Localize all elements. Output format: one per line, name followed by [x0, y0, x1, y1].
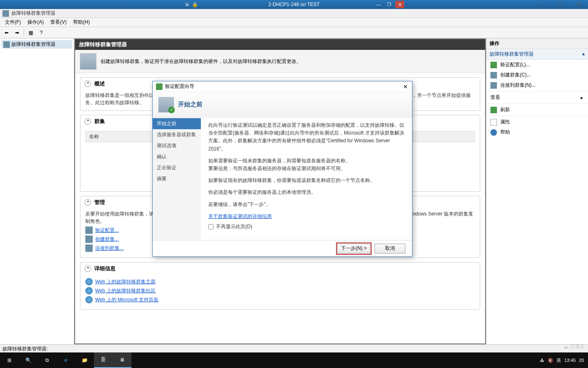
vm-minimize-button[interactable]: —	[374, 1, 383, 8]
start-button[interactable]: ⊞	[0, 352, 19, 368]
action-view[interactable]: 查看▸	[486, 92, 588, 103]
globe-icon	[85, 278, 93, 285]
separator	[24, 29, 24, 36]
menu-action[interactable]: 操作(A)	[24, 18, 47, 27]
globe-icon	[85, 296, 93, 303]
wizard-paragraph: 如要验证现有的故障转移群集，你需要知道该群集名称或它的一个节点名称。	[208, 177, 405, 184]
action-label: 连接到群集(N)...	[500, 82, 536, 89]
cluster-intro-icon	[80, 53, 96, 70]
wizard-nav-item[interactable]: 正在验证	[153, 162, 201, 173]
action-create-cluster[interactable]: 创建群集(C)...	[486, 70, 588, 80]
task-view-button[interactable]: ⧉	[38, 352, 56, 368]
wizard-nav-item[interactable]: 测试选项	[153, 140, 201, 151]
wizard-nav-item[interactable]: 选择服务器或群集	[153, 129, 201, 140]
chevron-up-icon[interactable]: ˄	[85, 118, 91, 125]
chevron-up-icon[interactable]: ˄	[85, 265, 91, 272]
taskbar-ie-icon[interactable]: e	[56, 352, 75, 368]
wizard-nav-item[interactable]: 摘要	[153, 173, 201, 184]
properties-icon	[490, 119, 497, 126]
detail-link-label: Web 上的故障转移群集主题	[95, 278, 156, 285]
app-icon	[2, 10, 9, 17]
tree-pane: 故障转移群集管理器	[0, 38, 74, 344]
wizard-close-button[interactable]: ✕	[401, 83, 410, 91]
toolbar: ⬅ ➡ ▦ ?	[0, 27, 588, 38]
action-help[interactable]: 帮助	[486, 127, 588, 137]
action-label: 查看	[490, 94, 500, 101]
tray-clock[interactable]: 13:45	[564, 358, 576, 363]
win-minimize-button[interactable]: —	[533, 0, 551, 9]
nav-fwd-button[interactable]: ➡	[12, 28, 22, 37]
menu-help[interactable]: 帮助(H)	[70, 18, 93, 27]
wizard-checkbox-label: 不再显示此页(D)	[216, 223, 252, 231]
wizard-banner: 开始之前	[153, 92, 412, 117]
validate-config-wizard: 验证配置向导 ✕ 开始之前 开始之前 选择服务器或群集 测试选项 确认 正在验证…	[152, 81, 412, 257]
pin-icon[interactable]: ⇲	[184, 2, 189, 7]
vm-close-button[interactable]: ✕	[395, 1, 404, 8]
wizard-paragraph: 如果需要验证一组未群集的服务器，则需要知道各服务器的名称。	[208, 158, 350, 164]
lock-icon[interactable]: 🔒	[192, 2, 198, 7]
help-toolbar-button[interactable]: ?	[36, 28, 46, 37]
pane-toggle-button[interactable]: ▦	[26, 28, 36, 37]
wizard-banner-title: 开始之前	[178, 101, 203, 108]
detail-link-community[interactable]: Web 上的故障转移群集社区	[85, 287, 475, 294]
win-maximize-button[interactable]: ☐	[551, 0, 570, 9]
tray-ime[interactable]: 英	[557, 357, 561, 364]
actions-subheader[interactable]: 故障转移群集管理器	[486, 49, 588, 60]
tree-root-node[interactable]: 故障转移群集管理器	[2, 40, 72, 49]
tray-network-icon[interactable]: 🖧	[540, 358, 544, 363]
wizard-cancel-button[interactable]: 取消	[374, 244, 405, 254]
tray-time: 13:45	[564, 358, 576, 363]
chevron-up-icon[interactable]: ˄	[85, 199, 91, 206]
chevron-up-icon[interactable]: ˄	[85, 81, 91, 87]
overview-heading: 概述	[94, 80, 105, 88]
action-label: 帮助	[500, 129, 510, 136]
actions-header: 操作	[486, 38, 588, 49]
tray-volume-icon[interactable]: 🔇	[548, 358, 553, 363]
search-button[interactable]: 🔍	[19, 352, 38, 368]
statusbar: 故障转移群集管理器:	[0, 344, 588, 352]
taskbar-clustermgr-icon[interactable]: 🖥	[113, 352, 131, 368]
detail-link-support[interactable]: Web 上的 Microsoft 支持页面	[85, 296, 475, 303]
section-details: ˄详细信息 Web 上的故障转移群集主题 Web 上的故障转移群集社区 Web …	[80, 262, 480, 310]
wizard-title: 验证配置向导	[165, 83, 194, 90]
wizard-nav-item[interactable]: 确认	[153, 151, 201, 162]
taskbar-explorer-icon[interactable]: 📁	[75, 352, 94, 368]
center-intro: 创建故障转移群集，验证用于潜在故障转移群集的硬件，以及对故障转移群集执行配置更改…	[75, 50, 485, 73]
mgmt-heading: 管理	[94, 199, 105, 206]
create-cluster-icon	[490, 72, 497, 79]
wizard-nav-item[interactable]: 开始之前	[153, 118, 201, 129]
action-refresh[interactable]: 刷新	[486, 105, 588, 115]
wizard-paragraph: 此向导运行验证测试以确定是否正确设置了服务器和附加存储的配置，以支持故障转移。仅…	[208, 121, 405, 153]
action-validate[interactable]: 验证配置(L)...	[486, 60, 588, 70]
action-connect-cluster[interactable]: 连接到群集(N)...	[486, 80, 588, 90]
connect-cluster-icon	[490, 82, 497, 89]
wizard-details-link[interactable]: 关于群集验证测试的详细信息	[208, 213, 272, 219]
help-icon	[490, 129, 497, 136]
taskbar-servermgr-icon[interactable]: 🗄	[94, 352, 113, 368]
wizard-title-icon	[156, 83, 163, 90]
vm-title: 2-DHCP1-246 on TEST	[268, 2, 320, 7]
wizard-dont-show-checkbox[interactable]	[208, 224, 214, 229]
app-title: 故障转移群集管理器	[11, 10, 56, 17]
detail-link-topics[interactable]: Web 上的故障转移群集主题	[85, 278, 475, 285]
cloud-icon: ☁	[564, 344, 568, 350]
nav-back-button[interactable]: ⬅	[2, 28, 11, 37]
vm-titlebar: ⇲ 🔒 2-DHCP1-246 on TEST — ❐ ✕	[0, 0, 588, 9]
details-heading: 详细信息	[94, 265, 116, 272]
taskbar: ⊞ 🔍 ⧉ e 📁 🗄 🖥 🖧 🔇 英 13:45 20	[0, 352, 588, 368]
validate-icon	[85, 227, 93, 234]
app-titlebar: 故障转移群集管理器 — ☐ ✕	[0, 9, 588, 18]
wizard-content: 此向导运行验证测试以确定是否正确设置了服务器和附加存储的配置，以支持故障转移。仅…	[201, 117, 412, 240]
win-close-button[interactable]: ✕	[570, 0, 588, 9]
menu-file[interactable]: 文件(F)	[2, 18, 24, 27]
create-icon	[85, 236, 93, 243]
action-properties[interactable]: 属性	[486, 117, 588, 127]
wizard-nav: 开始之前 选择服务器或群集 测试选项 确认 正在验证 摘要	[153, 117, 201, 240]
wizard-next-button[interactable]: 下一步(N) >	[337, 244, 370, 254]
action-label: 创建群集(C)...	[500, 72, 531, 79]
detail-link-label: Web 上的故障转移群集社区	[95, 287, 156, 294]
globe-icon	[85, 287, 93, 294]
wizard-titlebar[interactable]: 验证配置向导 ✕	[153, 81, 412, 92]
menu-view[interactable]: 查看(V)	[47, 18, 70, 27]
vm-restore-button[interactable]: ❐	[385, 1, 394, 8]
